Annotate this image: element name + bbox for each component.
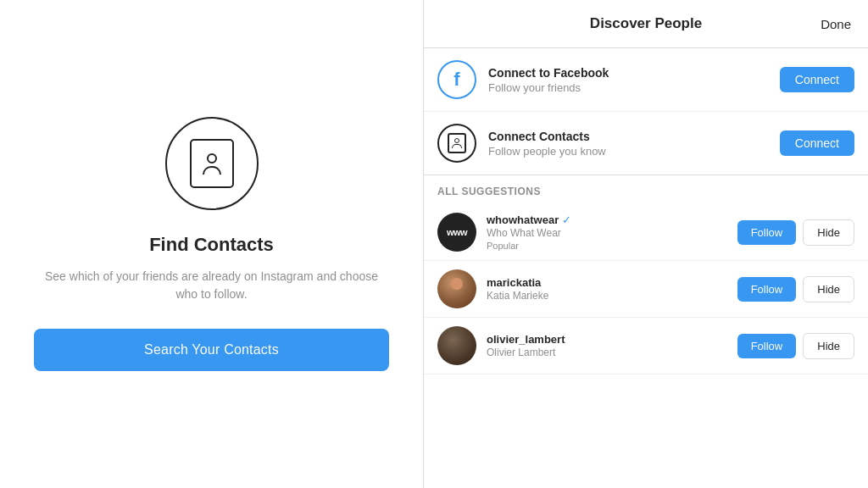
left-panel: Find Contacts See which of your friends … — [0, 0, 424, 488]
suggestion-info-whowhatwear: whowhatwear ✓ Who What Wear Popular — [487, 214, 737, 251]
fullname-whowhatwear: Who What Wear — [487, 227, 737, 239]
actions-marickatia: Follow Hide — [737, 276, 854, 302]
connect-facebook-button[interactable]: Connect — [780, 67, 854, 92]
suggestions-section: ALL SUGGESTIONS www whowhatwear ✓ Who Wh… — [424, 175, 868, 488]
username-olivier: olivier_lambert — [487, 333, 565, 346]
person-icon — [203, 153, 221, 175]
avatar-whowhatwear: www — [437, 213, 476, 252]
contacts-icon — [437, 124, 476, 163]
username-row-marickatia: marickatia — [487, 276, 737, 289]
connect-contacts-item: Connect Contacts Follow people you know … — [424, 112, 868, 175]
connect-section: f Connect to Facebook Follow your friend… — [424, 48, 868, 175]
contact-card-icon — [190, 139, 234, 188]
hide-button-whowhatwear[interactable]: Hide — [803, 219, 854, 246]
follow-button-marickatia[interactable]: Follow — [737, 277, 797, 302]
username-marickatia: marickatia — [487, 276, 541, 289]
contacts-person-shoulders — [452, 144, 462, 148]
suggestion-item-olivier: olivier_lambert Olivier Lambert Follow H… — [424, 318, 868, 374]
follow-button-olivier[interactable]: Follow — [737, 334, 797, 358]
suggestion-item-marickatia: marickatia Katia Marieke Follow Hide — [424, 261, 868, 318]
contacts-card-icon — [448, 133, 466, 153]
connect-facebook-text: Connect to Facebook Follow your friends — [488, 66, 780, 94]
suggestion-item-whowhatwear: www whowhatwear ✓ Who What Wear Popular … — [424, 204, 868, 261]
tag-whowhatwear: Popular — [487, 241, 737, 251]
right-header: Discover People Done — [424, 0, 868, 48]
right-panel: Discover People Done f Connect to Facebo… — [424, 0, 868, 488]
username-whowhatwear: whowhatwear — [487, 214, 559, 226]
actions-whowhatwear: Follow Hide — [737, 219, 854, 246]
suggestions-label: ALL SUGGESTIONS — [424, 175, 868, 204]
connect-facebook-item: f Connect to Facebook Follow your friend… — [424, 48, 868, 112]
username-row-olivier: olivier_lambert — [487, 333, 737, 346]
find-contacts-title: Find Contacts — [149, 234, 274, 256]
person-shoulders-icon — [203, 166, 221, 175]
avatar-olivier — [437, 326, 476, 365]
username-row-whowhatwear: whowhatwear ✓ — [487, 214, 737, 226]
hide-button-olivier[interactable]: Hide — [803, 333, 854, 359]
contact-icon-circle — [165, 117, 259, 210]
connect-contacts-button[interactable]: Connect — [780, 130, 854, 156]
connect-facebook-label: Connect to Facebook — [488, 66, 780, 80]
done-button[interactable]: Done — [821, 17, 851, 31]
person-head-icon — [207, 153, 217, 164]
verified-badge-whowhatwear: ✓ — [562, 214, 571, 226]
suggestion-info-olivier: olivier_lambert Olivier Lambert — [487, 333, 737, 358]
avatar-marickatia — [437, 269, 476, 308]
actions-olivier: Follow Hide — [737, 333, 854, 359]
connect-contacts-text: Connect Contacts Follow people you know — [488, 130, 780, 158]
hide-button-marickatia[interactable]: Hide — [803, 276, 854, 302]
connect-facebook-sublabel: Follow your friends — [488, 81, 780, 94]
discover-people-title: Discover People — [590, 15, 702, 32]
find-contacts-subtitle: See which of your friends are already on… — [34, 268, 389, 303]
facebook-icon: f — [437, 60, 476, 99]
connect-contacts-sublabel: Follow people you know — [488, 145, 780, 158]
suggestion-info-marickatia: marickatia Katia Marieke — [487, 276, 737, 302]
fullname-olivier: Olivier Lambert — [487, 347, 737, 358]
fullname-marickatia: Katia Marieke — [487, 290, 737, 302]
follow-button-whowhatwear[interactable]: Follow — [737, 220, 797, 245]
connect-contacts-label: Connect Contacts — [488, 130, 780, 143]
contacts-person-head — [454, 138, 459, 143]
search-contacts-button[interactable]: Search Your Contacts — [34, 329, 389, 371]
